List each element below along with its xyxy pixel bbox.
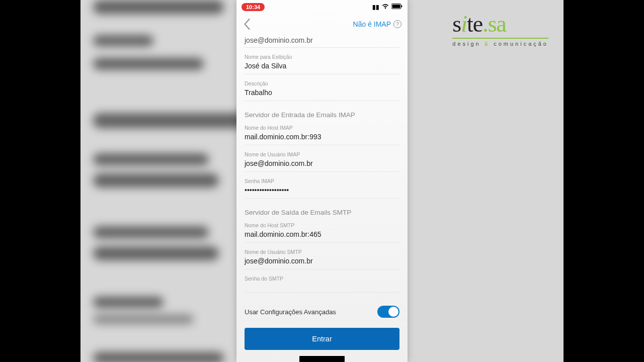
phone-frame: 10:34 ▮▮ Não é IMAP ? jose@dominio.com.b… bbox=[236, 0, 408, 362]
imap-host-label: Nome do Host IMAP bbox=[245, 125, 399, 131]
bg-blur bbox=[93, 246, 219, 260]
cellular-icon: ▮▮ bbox=[372, 4, 379, 11]
imap-user-label: Nome de Usuário IMAP bbox=[245, 151, 399, 157]
bottom-strip bbox=[299, 356, 345, 362]
brand-underline bbox=[452, 38, 548, 39]
smtp-user-field[interactable]: jose@dominio.com.br bbox=[245, 255, 399, 269]
wifi-icon bbox=[382, 4, 389, 11]
bg-blur bbox=[93, 153, 209, 165]
svg-rect-1 bbox=[392, 5, 400, 8]
status-time: 10:34 bbox=[242, 3, 265, 11]
toggle-knob bbox=[388, 307, 398, 317]
email-field[interactable]: jose@dominio.com.br bbox=[245, 34, 399, 48]
brand-wordmark: site.sa bbox=[452, 13, 548, 36]
nav-row: Não é IMAP ? bbox=[236, 14, 408, 34]
not-imap-label: Não é IMAP bbox=[353, 20, 391, 28]
smtp-user-label: Nome de Usuário SMTP bbox=[245, 249, 399, 255]
bg-blur bbox=[93, 297, 164, 308]
not-imap-link[interactable]: Não é IMAP ? bbox=[353, 20, 401, 28]
imap-user-field[interactable]: jose@dominio.com.br bbox=[245, 157, 399, 172]
form-area: jose@dominio.com.br Nome para Exibição J… bbox=[236, 34, 408, 362]
description-label: Descrição bbox=[245, 80, 399, 86]
status-bar: 10:34 ▮▮ bbox=[236, 0, 408, 14]
bg-blur bbox=[93, 58, 204, 70]
bg-blur bbox=[93, 226, 209, 238]
smtp-section-title: Servidor de Saída de Emails SMTP bbox=[245, 209, 399, 216]
imap-pass-field[interactable]: •••••••••••••••••• bbox=[245, 184, 399, 199]
stage-background: site.sa design & comunicação 10:34 ▮▮ bbox=[80, 0, 564, 362]
advanced-toggle[interactable] bbox=[377, 306, 399, 318]
help-icon: ? bbox=[393, 20, 401, 28]
bg-blur bbox=[93, 35, 153, 46]
imap-host-field[interactable]: mail.dominio.com.br:993 bbox=[245, 131, 399, 145]
advanced-toggle-row: Usar Configurações Avançadas bbox=[245, 306, 399, 318]
bg-blur bbox=[93, 173, 219, 188]
smtp-host-field[interactable]: mail.dominio.com.br:465 bbox=[245, 228, 399, 243]
smtp-host-label: Nome do Host SMTP bbox=[245, 222, 399, 228]
smtp-pass-field[interactable] bbox=[245, 282, 399, 293]
brand-logo: site.sa design & comunicação bbox=[452, 13, 548, 47]
description-field[interactable]: Trabalho bbox=[245, 86, 399, 101]
display-name-field[interactable]: José da Silva bbox=[245, 60, 399, 74]
smtp-pass-label: Senha do SMTP bbox=[245, 276, 399, 282]
imap-section-title: Servidor de Entrada de Emails IMAP bbox=[245, 111, 399, 119]
imap-pass-label: Senha IMAP bbox=[245, 178, 399, 184]
bg-blur bbox=[93, 0, 224, 14]
battery-icon bbox=[391, 4, 403, 11]
brand-tagline: design & comunicação bbox=[452, 41, 548, 47]
advanced-label: Usar Configurações Avançadas bbox=[245, 308, 336, 316]
svg-rect-2 bbox=[401, 6, 403, 8]
sign-in-button[interactable]: Entrar bbox=[245, 328, 399, 350]
bg-blur bbox=[93, 352, 224, 362]
display-name-label: Nome para Exibição bbox=[245, 54, 399, 60]
back-button[interactable] bbox=[239, 17, 255, 32]
bg-blur bbox=[93, 314, 194, 324]
